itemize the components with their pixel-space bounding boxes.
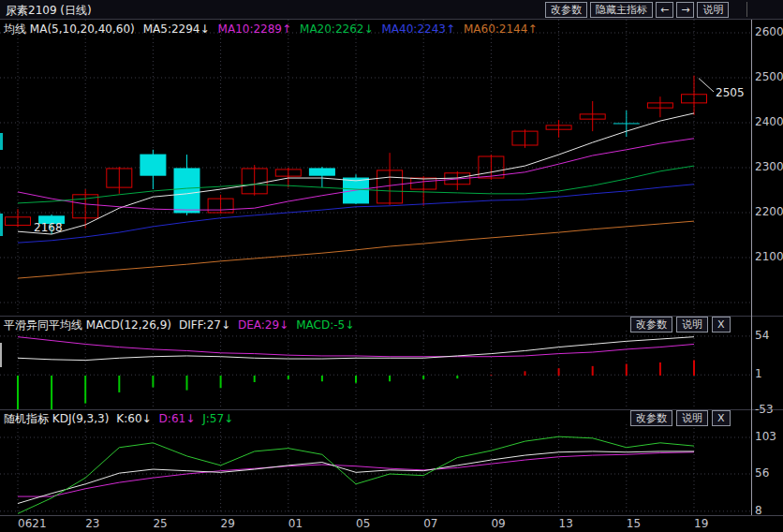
axis-label: 103	[755, 430, 776, 443]
kdj-j-value: J:57↓	[202, 412, 233, 425]
macd-panel-buttons: 改参数 说明 X	[630, 317, 731, 332]
axis-label: 25	[153, 517, 167, 530]
kdj-help-button[interactable]: 说明	[676, 410, 708, 426]
axis-label: 54	[755, 329, 769, 342]
axis-label: 1	[755, 367, 762, 380]
ma40-value: MA40:2243↑	[382, 22, 455, 36]
ma60-value: MA60:2144↑	[464, 22, 537, 36]
ma-indicator-row: 均线 MA(5,10,20,40,60)MA5:2294↓MA10:2289↑M…	[4, 22, 545, 37]
axis-label: 01	[288, 517, 303, 530]
ma10-value: MA10:2289↑	[218, 22, 291, 36]
axis-label: 19	[694, 517, 708, 530]
axis-label: 2500	[755, 70, 783, 83]
axis-label: 07	[423, 517, 437, 530]
chart-canvas[interactable]	[0, 0, 783, 532]
kdj-panel-header: 随机指标 KDJ(9,3,3)K:60↓D:61↓J:57↓	[4, 411, 241, 427]
ma5-value: MA5:2294↓	[143, 22, 210, 36]
macd-title: 平滑异同平均线 MACD(12,26,9)	[4, 318, 171, 332]
axis-label: 56	[755, 466, 769, 480]
axis-label: 05	[356, 517, 370, 530]
axis-label: 0621	[18, 517, 47, 530]
axis-label: 13	[559, 517, 573, 530]
axis-label: 15	[627, 517, 641, 530]
axis-label: 2400	[755, 115, 783, 128]
axis-label: 09	[491, 517, 505, 530]
kdj-k-value: K:60↓	[116, 412, 151, 425]
macd-dea-value: DEA:29↓	[238, 318, 288, 332]
ma-params-label: 均线 MA(5,10,20,40,60)	[4, 22, 135, 36]
macd-close-button[interactable]: X	[712, 317, 731, 332]
macd-change-params-button[interactable]: 改参数	[630, 317, 672, 332]
kdj-title: 随机指标 KDJ(9,3,3)	[4, 412, 109, 425]
highest-price-label: 2505	[716, 86, 745, 99]
axis-label: -53	[755, 403, 774, 416]
macd-value: MACD:-5↓	[296, 318, 354, 332]
kdj-d-value: D:61↓	[159, 412, 196, 425]
kdj-change-params-button[interactable]: 改参数	[630, 410, 672, 426]
macd-panel-header: 平滑异同平均线 MACD(12,26,9)DIFF:27↓DEA:29↓MACD…	[4, 318, 362, 333]
axis-label: 2300	[755, 160, 783, 173]
kdj-panel-buttons: 改参数 说明 X	[630, 410, 731, 426]
axis-label: 8	[755, 504, 762, 517]
kdj-close-button[interactable]: X	[712, 410, 731, 426]
axis-label: 2600	[755, 25, 783, 38]
macd-help-button[interactable]: 说明	[676, 317, 708, 332]
axis-label: 2100	[755, 250, 783, 263]
axis-label: 2200	[755, 205, 783, 218]
trading-app-window: 尿素2109 (日线) 改参数 隐藏主指标 ← → 说明 均线 MA(5,10,…	[0, 0, 783, 532]
axis-label: 23	[85, 517, 99, 530]
ma20-value: MA20:2262↓	[300, 22, 373, 36]
axis-label: 29	[221, 517, 235, 530]
macd-diff-value: DIFF:27↓	[179, 318, 230, 332]
lowest-price-label: 2168	[34, 221, 63, 234]
